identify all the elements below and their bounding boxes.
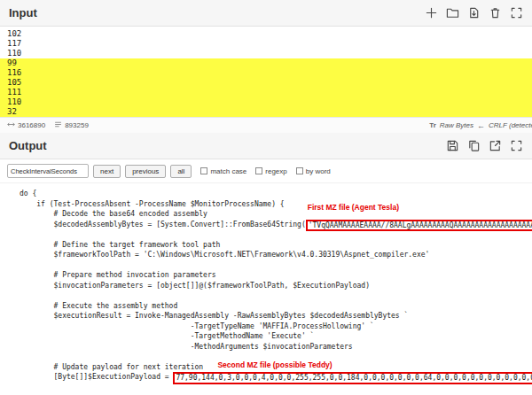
code-text: $decodedAssemblyBytes = [System.Convert]… <box>20 221 306 228</box>
line-count-item: 893259 <box>54 120 89 130</box>
code-line: $decodedAssemblyBytes = [System.Convert]… <box>20 220 532 230</box>
by-word-label: by word <box>306 167 331 175</box>
trash-icon[interactable] <box>489 6 502 19</box>
char-count-value: 3616890 <box>18 121 45 129</box>
code-line: $executionResult = Invoke-ManagedAssembl… <box>20 311 532 321</box>
code-line: [Byte[]]$ExecutionPayload = 77,90,144,0,… <box>20 372 532 383</box>
code-line: -TargetTypeName 'MAFFIA.ProcessHollowing… <box>20 321 532 332</box>
code-line: -MethodArguments $invocationParameters <box>20 342 532 352</box>
match-case-option: match case <box>200 167 246 175</box>
highlighted-payload: 'TVqQAAMAAAAEAAAA//8AALgAAAAAAAAAQAAAAAA… <box>306 220 532 232</box>
line-ending-label[interactable]: CRLF (detected) <box>489 121 532 129</box>
regexp-checkbox[interactable] <box>255 167 262 174</box>
input-status-bar: 3616890 893259 Tr Raw Bytes ← CRLF (dete… <box>0 117 532 133</box>
annotation-label: Second MZ file (possible Teddy) <box>217 360 332 371</box>
code-line: # Execute the assembly method <box>20 301 532 312</box>
line-ending-icon: ← <box>477 121 485 130</box>
find-previous-button[interactable]: previous <box>125 165 166 178</box>
find-input[interactable] <box>7 164 89 178</box>
match-case-checkbox[interactable] <box>200 167 207 174</box>
copy-icon[interactable] <box>467 139 481 152</box>
highlight-box-wrap: 'TVqQAAMAAAAEAAAA//8AALgAAAAAAAAAQAAAAAA… <box>306 220 532 232</box>
output-title: Output <box>9 139 47 152</box>
open-folder-icon[interactable] <box>446 6 459 19</box>
save-icon[interactable] <box>446 139 459 152</box>
text-render-icon[interactable]: Tr <box>429 121 436 129</box>
open-file-icon[interactable] <box>467 6 481 19</box>
input-line: 116 <box>0 68 532 78</box>
highlight-box-wrap: 77,90,144,0,3,0,0,0,4,0,0,0,255,255,0,0,… <box>173 372 532 384</box>
annotation-label: First MZ file (Agent Tesla) <box>308 203 399 213</box>
input-title: Input <box>9 6 37 19</box>
find-next-button[interactable]: next <box>93 165 121 178</box>
code-line: do { <box>20 189 532 199</box>
output-find-bar: next previous all match case regexp by w… <box>0 159 532 183</box>
char-count-item: 3616890 <box>7 120 45 130</box>
input-line: 102 <box>0 29 532 39</box>
code-line: # Prepare method invocation parameters <box>20 270 532 281</box>
input-line: 105 <box>0 78 532 88</box>
code-line: # Define the target framework tool path <box>20 240 532 251</box>
input-line: 99 <box>0 58 532 68</box>
output-header: Output <box>0 133 532 159</box>
output-code-area[interactable]: do { if (Test-ProcessAbsent -ProcessName… <box>0 183 532 395</box>
code-line <box>20 260 532 271</box>
code-text: [Byte[]]$ExecutionPayload = <box>20 373 173 381</box>
code-line: $frameworkToolPath = 'C:\Windows\Microso… <box>20 250 532 260</box>
pop-out-icon[interactable] <box>489 139 502 152</box>
status-right-group: Tr Raw Bytes ← CRLF (detected) <box>429 121 532 130</box>
encoding-label[interactable]: Raw Bytes <box>440 121 473 129</box>
maximize-icon[interactable] <box>510 6 523 19</box>
find-all-button[interactable]: all <box>170 165 192 178</box>
add-input-icon[interactable] <box>425 6 438 19</box>
input-editor[interactable]: 1021171109911610511111032 <box>0 27 532 117</box>
char-count-icon <box>7 120 15 130</box>
regexp-label: regexp <box>265 167 286 175</box>
line-count-value: 893259 <box>65 121 89 129</box>
output-header-icons <box>446 139 523 152</box>
match-case-label: match case <box>210 167 246 175</box>
cyberchef-io-panels: Input 1021171109911610511111032 <box>0 0 532 395</box>
code-line: # Decode the base64 encoded assembly <box>20 209 532 220</box>
fullscreen-icon[interactable] <box>510 139 523 152</box>
regexp-option: regexp <box>255 167 286 175</box>
code-line: -TargetMethodName 'Execute' ` <box>20 331 532 342</box>
input-line: 111 <box>0 88 532 97</box>
input-line: 32 <box>0 107 532 117</box>
input-header-icons <box>425 6 523 19</box>
code-line: $invocationParameters = [object[]]@($fra… <box>20 281 532 291</box>
input-header: Input <box>0 0 532 27</box>
line-count-icon <box>54 120 62 130</box>
code-line: if (Test-ProcessAbsent -ProcessName $Mon… <box>20 199 532 210</box>
highlighted-payload: 77,90,144,0,3,0,0,0,4,0,0,0,255,255,0,0,… <box>173 372 532 384</box>
input-line: 110 <box>0 97 532 107</box>
code-line <box>20 290 532 301</box>
by-word-checkbox[interactable] <box>296 167 303 174</box>
input-line: 110 <box>0 49 532 58</box>
by-word-option: by word <box>296 167 331 175</box>
input-line: 117 <box>0 39 532 49</box>
